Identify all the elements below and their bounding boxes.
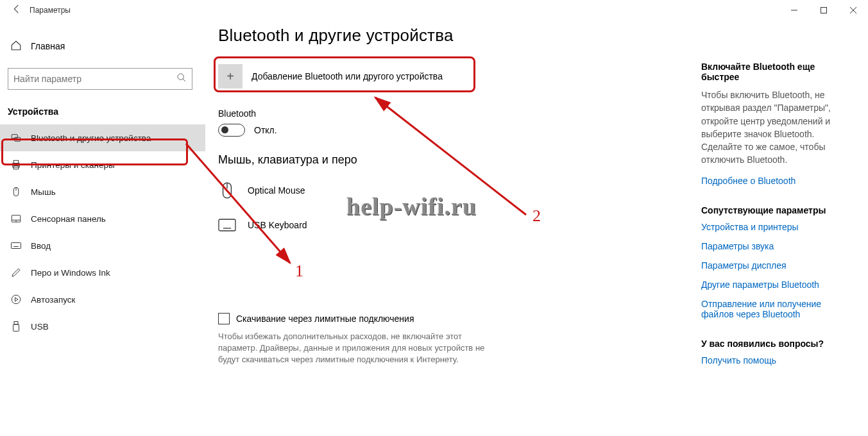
window-title: Параметры [26, 6, 71, 15]
svg-point-22 [12, 295, 21, 304]
sidebar-item-touchpad[interactable]: Сенсорная панель [0, 205, 205, 232]
link-display[interactable]: Параметры дисплея [701, 260, 855, 271]
related-title: Сопутствующие параметры [701, 205, 855, 215]
search-icon [176, 72, 187, 85]
toggle-switch[interactable] [218, 124, 245, 137]
search-box[interactable] [8, 68, 192, 90]
keyboard-icon [10, 240, 22, 251]
devices-heading: Мышь, клавиатура и перо [218, 153, 686, 167]
svg-point-4 [178, 74, 183, 80]
link-get-help[interactable]: Получить помощь [701, 355, 855, 365]
link-devices-printers[interactable]: Устройства и принтеры [701, 222, 855, 232]
svg-rect-24 [13, 324, 19, 331]
sidebar-item-label: Ввод [31, 241, 51, 251]
device-name: Optical Mouse [248, 185, 305, 196]
svg-rect-27 [219, 219, 235, 231]
device-name: USB Keyboard [248, 220, 307, 230]
svg-line-5 [183, 79, 185, 81]
sidebar-item-pen[interactable]: Перо и Windows Ink [0, 259, 205, 286]
mouse-icon [10, 186, 22, 197]
sidebar: Главная Устройства Bluetooth и другие ус… [0, 21, 205, 436]
svg-rect-16 [12, 243, 21, 249]
checkbox[interactable] [218, 313, 230, 324]
bluetooth-toggle[interactable]: Откл. [218, 124, 686, 137]
checkbox-label: Скачивание через лимитные подключения [236, 314, 414, 324]
titlebar: Параметры [0, 0, 868, 21]
sidebar-item-mouse[interactable]: Мышь [0, 178, 205, 205]
tip-title: Включайте Bluetooth еще быстрее [701, 62, 855, 82]
sidebar-item-label: Перо и Windows Ink [31, 268, 110, 278]
sidebar-item-typing[interactable]: Ввод [0, 232, 205, 259]
link-learn-bluetooth[interactable]: Подробнее о Bluetooth [701, 176, 855, 186]
right-panel: Включайте Bluetooth еще быстрее Чтобы вк… [701, 62, 855, 374]
back-button[interactable] [8, 3, 26, 17]
metered-checkbox-row[interactable]: Скачивание через лимитные подключения [218, 313, 686, 324]
annotation-highlight-2 [214, 56, 475, 92]
window-controls [779, 0, 868, 21]
close-button[interactable] [838, 0, 868, 21]
page-title: Bluetooth и другие устройства [218, 26, 686, 46]
minimize-button[interactable] [779, 0, 809, 21]
sidebar-item-label: USB [31, 322, 49, 331]
home-icon [10, 40, 22, 53]
link-send-receive[interactable]: Отправление или получение файлов через B… [701, 299, 855, 319]
help-title: У вас появились вопросы? [701, 339, 855, 349]
svg-rect-1 [821, 8, 827, 13]
annotation-number-2: 2 [532, 206, 541, 226]
annotation-highlight-1 [1, 138, 188, 165]
tip-text: Чтобы включить Bluetooth, не открывая ра… [701, 88, 855, 167]
pen-icon [10, 267, 22, 278]
sidebar-item-label: Сенсорная панель [31, 214, 106, 224]
maximize-button[interactable] [809, 0, 838, 21]
sidebar-item-usb[interactable]: USB [0, 313, 205, 340]
search-input[interactable] [13, 74, 176, 84]
annotation-number-1: 1 [295, 262, 303, 281]
sidebar-item-label: Мышь [31, 187, 56, 197]
toggle-state: Откл. [254, 125, 277, 135]
mouse-icon [218, 181, 236, 199]
usb-icon [10, 321, 22, 332]
sidebar-item-autoplay[interactable]: Автозапуск [0, 286, 205, 313]
sidebar-section-title: Устройства [0, 101, 205, 124]
bluetooth-label: Bluetooth [218, 108, 686, 119]
link-more-bluetooth[interactable]: Другие параметры Bluetooth [701, 280, 855, 290]
sidebar-home-label: Главная [31, 41, 65, 51]
svg-rect-23 [14, 322, 18, 325]
sidebar-home[interactable]: Главная [0, 33, 205, 59]
autoplay-icon [10, 294, 22, 305]
watermark-text: help-wifi.ru [346, 192, 477, 221]
link-sound[interactable]: Параметры звука [701, 241, 855, 251]
touchpad-icon [10, 213, 22, 224]
sidebar-item-label: Автозапуск [31, 295, 76, 305]
checkbox-description: Чтобы избежать дополнительных расходов, … [218, 331, 488, 366]
add-device-button[interactable]: + Добавление Bluetooth или другого устро… [218, 61, 472, 92]
keyboard-icon [218, 219, 236, 231]
